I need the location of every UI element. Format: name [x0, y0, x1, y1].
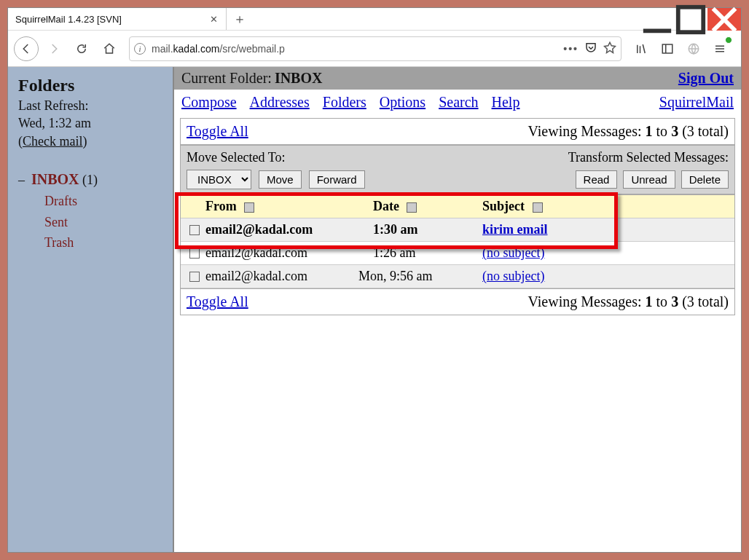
sort-subject-icon[interactable] [533, 202, 543, 213]
nav-options[interactable]: Options [380, 94, 426, 111]
maximize-button[interactable] [674, 8, 707, 31]
row-checkbox[interactable] [189, 248, 200, 259]
sent-link[interactable]: Sent [44, 215, 68, 229]
message-row[interactable]: email2@kadal.com Mon, 9:56 am (no subjec… [181, 265, 734, 288]
toggle-all-top[interactable]: Toggle All [187, 123, 248, 140]
read-button[interactable]: Read [576, 170, 618, 189]
back-button[interactable] [14, 36, 39, 61]
msg-subject-link[interactable]: (no subject) [482, 269, 544, 283]
current-folder-name: INBOX [275, 70, 323, 87]
page-actions-icon[interactable]: ••• [563, 43, 579, 55]
browser-tab[interactable]: SquirrelMail 1.4.23 [SVN] ✕ [8, 8, 227, 30]
toggle-row-top: Toggle All Viewing Messages: 1 to 3 (3 t… [180, 118, 735, 145]
delete-button[interactable]: Delete [681, 170, 729, 189]
table-header: From Date Subject [181, 195, 734, 218]
brand-link[interactable]: SquirrelMail [659, 94, 734, 111]
titlebar: SquirrelMail 1.4.23 [SVN] ✕ ＋ [8, 8, 741, 31]
message-table: From Date Subject email2@kadal.com 1:30 … [180, 194, 735, 289]
msg-from: email2@kadal.com [205, 245, 373, 261]
msg-date: 1:30 am [373, 222, 482, 237]
svg-rect-1 [678, 7, 704, 32]
svg-line-7 [643, 44, 645, 53]
msg-subject-link[interactable]: kirim email [482, 222, 547, 237]
unread-button[interactable]: Unread [623, 170, 675, 189]
move-label: Move Selected To: [187, 150, 285, 165]
toggle-all-bottom[interactable]: Toggle All [187, 293, 248, 310]
action-bar: Move Selected To: Transform Selected Mes… [180, 145, 735, 194]
url-text: mail.kadal.com/src/webmail.p [152, 43, 557, 55]
nav-search[interactable]: Search [439, 94, 478, 111]
signout-link[interactable]: Sign Out [678, 70, 734, 87]
viewing-info-top: Viewing Messages: 1 to 3 (3 total) [528, 123, 729, 140]
nav-help[interactable]: Help [492, 94, 520, 111]
folders-heading: Folders [18, 76, 162, 95]
browser-toolbar: i mail.kadal.com/src/webmail.p ••• [8, 31, 741, 67]
window-controls [640, 8, 741, 30]
trash-link[interactable]: Trash [44, 235, 74, 250]
svg-rect-8 [662, 44, 672, 53]
viewing-info-bottom: Viewing Messages: 1 to 3 (3 total) [528, 293, 729, 310]
menu-button[interactable] [707, 36, 732, 61]
sidebar-icon[interactable] [655, 36, 680, 61]
move-folder-select[interactable]: INBOX [187, 170, 251, 189]
bookmark-star-icon[interactable] [603, 41, 616, 56]
check-mail-link[interactable]: Check mail [23, 134, 82, 149]
page-content: Folders Last Refresh: Wed, 1:32 am (Chec… [8, 67, 741, 552]
close-window-button[interactable] [707, 8, 741, 31]
new-tab-button[interactable]: ＋ [227, 8, 253, 30]
squirrelmail-nav: Compose Addresses Folders Options Search… [174, 90, 741, 111]
msg-date: 1:26 am [373, 245, 482, 261]
svg-marker-4 [605, 42, 616, 52]
browser-window: SquirrelMail 1.4.23 [SVN] ✕ ＋ [7, 7, 742, 553]
sort-from-icon[interactable] [244, 202, 254, 213]
folder-inbox: – INBOX (1) [18, 167, 162, 191]
home-button[interactable] [97, 36, 122, 61]
row-checkbox[interactable] [189, 225, 200, 235]
tab-close-icon[interactable]: ✕ [207, 12, 220, 25]
sort-date-icon[interactable] [407, 202, 417, 213]
message-row[interactable]: email2@kadal.com 1:30 am kirim email [181, 218, 734, 242]
msg-from: email2@kadal.com [205, 269, 358, 284]
msg-subject-link[interactable]: (no subject) [482, 245, 544, 260]
message-row[interactable]: email2@kadal.com 1:26 am (no subject) [181, 242, 734, 265]
main-panel: Current Folder: INBOX Sign Out Compose A… [174, 67, 741, 552]
inbox-link[interactable]: INBOX [31, 171, 79, 187]
drafts-link[interactable]: Drafts [44, 194, 77, 208]
folders-sidebar: Folders Last Refresh: Wed, 1:32 am (Chec… [8, 67, 174, 552]
pocket-icon[interactable] [584, 41, 597, 56]
folder-list: – INBOX (1) Drafts Sent Trash [18, 167, 162, 253]
nav-compose[interactable]: Compose [181, 94, 237, 111]
msg-date: Mon, 9:56 am [358, 269, 482, 284]
forward-button[interactable] [42, 36, 66, 61]
toggle-row-bottom: Toggle All Viewing Messages: 1 to 3 (3 t… [180, 289, 735, 315]
row-checkbox[interactable] [189, 272, 200, 282]
nav-addresses[interactable]: Addresses [250, 94, 310, 111]
nav-folders[interactable]: Folders [323, 94, 366, 111]
current-folder-bar: Current Folder: INBOX Sign Out [174, 67, 741, 90]
minimize-button[interactable] [640, 8, 674, 31]
globe-icon[interactable] [681, 36, 706, 61]
site-info-icon[interactable]: i [134, 43, 146, 55]
forward-button-mail[interactable]: Forward [309, 170, 365, 189]
msg-from: email2@kadal.com [205, 222, 373, 237]
reload-button[interactable] [69, 36, 94, 61]
move-button[interactable]: Move [259, 170, 302, 189]
tab-title: SquirrelMail 1.4.23 [SVN] [15, 14, 207, 25]
library-icon[interactable] [629, 36, 654, 61]
last-refresh-info: Last Refresh: Wed, 1:32 am (Check mail) [18, 97, 162, 150]
transform-label: Transform Selected Messages: [568, 150, 729, 165]
inbox-unread-count: (1) [82, 173, 98, 187]
address-bar[interactable]: i mail.kadal.com/src/webmail.p ••• [129, 36, 621, 61]
